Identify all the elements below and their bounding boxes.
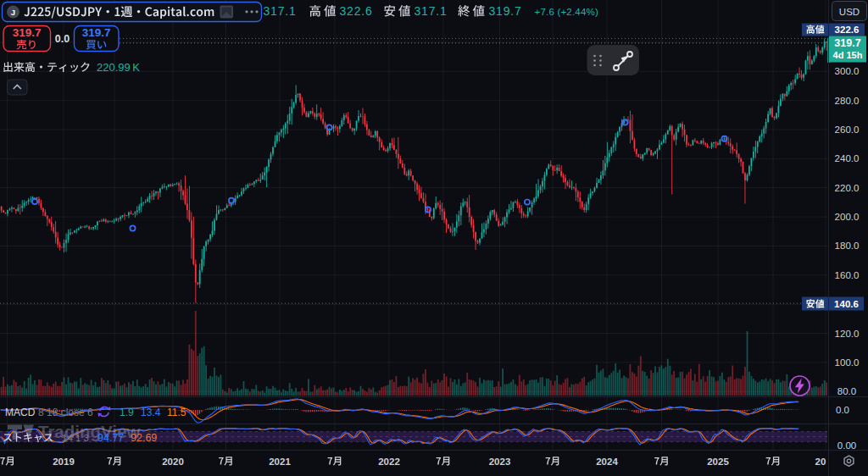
svg-text:180.0: 180.0 [835, 241, 860, 251]
svg-text:MACD: MACD [5, 407, 36, 418]
svg-text:319.7: 319.7 [489, 4, 522, 18]
svg-text:322.6: 322.6 [835, 25, 860, 35]
svg-text:2023: 2023 [489, 457, 511, 467]
svg-text:8 18 close 6: 8 18 close 6 [38, 407, 93, 418]
svg-text:0.00: 0.00 [837, 440, 856, 451]
svg-text:92.69: 92.69 [131, 432, 157, 444]
svg-text:319.7: 319.7 [13, 26, 42, 39]
svg-text:0.0: 0.0 [836, 405, 849, 415]
svg-text:2024: 2024 [596, 457, 618, 467]
svg-text:317.1: 317.1 [264, 4, 297, 18]
svg-text:14 1 3: 14 1 3 [62, 433, 89, 443]
svg-text:2019: 2019 [53, 457, 75, 467]
svg-text:160.0: 160.0 [835, 270, 860, 280]
svg-text:+7.6 (+2.44%): +7.6 (+2.44%) [535, 7, 598, 17]
svg-text:2025: 2025 [707, 457, 729, 467]
svg-text:0.0: 0.0 [55, 33, 70, 45]
svg-text:200.0: 200.0 [835, 212, 860, 222]
svg-text:120.0: 120.0 [835, 329, 860, 339]
svg-text:2021: 2021 [269, 457, 291, 467]
svg-text:322.6: 322.6 [340, 4, 373, 18]
svg-text:13.4: 13.4 [141, 407, 161, 418]
svg-text:280.0: 280.0 [835, 96, 860, 106]
svg-text:140.6: 140.6 [834, 299, 859, 309]
svg-text:94.77: 94.77 [97, 432, 124, 444]
svg-text:319.7: 319.7 [82, 26, 111, 39]
svg-text:11.5: 11.5 [167, 407, 186, 418]
svg-text:317.1: 317.1 [415, 4, 448, 18]
svg-text:300.0: 300.0 [835, 66, 860, 76]
svg-text:100.0: 100.0 [835, 357, 860, 368]
svg-text:80.0: 80.0 [837, 386, 856, 396]
svg-text:20: 20 [815, 457, 826, 467]
svg-text:2022: 2022 [378, 457, 400, 467]
svg-text:260.0: 260.0 [835, 125, 860, 135]
svg-text:319.7: 319.7 [834, 37, 860, 49]
svg-text:220.0: 220.0 [835, 183, 860, 193]
svg-text:240.0: 240.0 [835, 153, 860, 163]
svg-text:TradingView: TradingView [38, 422, 140, 441]
svg-text:220.99 K: 220.99 K [97, 61, 140, 74]
svg-text:4d 15h: 4d 15h [833, 50, 863, 60]
svg-text:2020: 2020 [162, 457, 184, 467]
svg-text:USD: USD [839, 7, 860, 17]
svg-text:J: J [11, 8, 15, 17]
svg-text:1.9: 1.9 [120, 407, 134, 418]
